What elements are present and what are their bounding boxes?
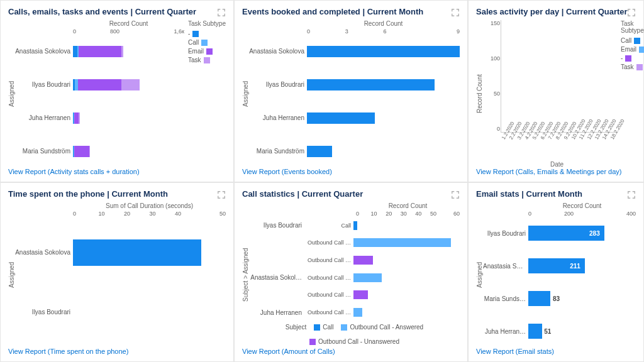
bar — [73, 146, 184, 157]
bar — [353, 221, 460, 230]
card-calls-emails-tasks-events: Calls, emails, tasks and events | Curren… — [0, 0, 234, 182]
row-label: Maria Sundström — [249, 148, 307, 155]
row-label: Anastasia Sokolova — [15, 249, 73, 256]
chart: Assigned Record Count 0369 Anastasia Sok… — [242, 20, 460, 168]
bar — [353, 256, 460, 265]
chart-row: Anastasia Sokol…Outbound Call … — [249, 272, 460, 284]
x-axis-title: Record Count — [307, 20, 460, 27]
bar — [353, 238, 460, 247]
x-axis-title: Sum of Call Duration (seconds) — [73, 202, 226, 209]
view-report-link[interactable]: View Report (Activity stats calls + dura… — [8, 168, 226, 175]
x-ticks: 0200400 — [528, 211, 636, 217]
expand-icon[interactable] — [451, 190, 460, 199]
chart: Assigned Sum of Call Duration (seconds) … — [8, 202, 226, 348]
legend: Task Subtype - Call Email Task — [184, 20, 226, 168]
chart-row: Outbound Call … — [249, 289, 460, 302]
bar-value: 211 — [570, 263, 580, 270]
card-time-spent-phone: Time spent on the phone | Current Month … — [0, 182, 234, 362]
row-label: Anastasia So… — [483, 263, 528, 270]
x-axis-title: Record Count — [73, 20, 184, 27]
x-axis-label: Date — [497, 161, 617, 168]
bar: 51 — [528, 324, 636, 339]
row-label-assigned: Juha Herranen — [249, 309, 304, 316]
row-label: Juha Herran… — [483, 328, 528, 335]
row-label: Ilyas Boudrari — [249, 81, 307, 88]
chart: Assigned Record Count 0200400 Ilyas Boud… — [476, 202, 636, 348]
card-title: Email stats | Current Month — [476, 189, 636, 199]
row-label: Juha Herranen — [15, 114, 73, 121]
expand-icon[interactable] — [627, 190, 636, 199]
dashboard-grid: Calls, emails, tasks and events | Curren… — [0, 0, 644, 362]
chart-row: Anastasia So…211 — [483, 251, 636, 280]
expand-icon[interactable] — [217, 8, 226, 17]
y-axis-label: Assigned — [8, 20, 15, 168]
bar — [307, 46, 460, 57]
view-report-link[interactable]: View Report (Calls, Emails & Meetings pe… — [476, 168, 636, 175]
x-axis-title: Record Count — [528, 202, 636, 209]
bar — [73, 299, 226, 325]
row-label-subject: Call — [304, 222, 353, 229]
bar: 283 — [528, 226, 636, 241]
card-title: Events booked and completed | Current Mo… — [242, 7, 460, 16]
row-label-subject: Outbound Call … — [304, 292, 353, 298]
view-report-link[interactable]: View Report (Time spent on the phone) — [8, 348, 226, 355]
y-axis-label: Subject > Assigned — [242, 202, 249, 348]
row-label: Maria Sunds… — [483, 295, 528, 302]
chart-row: Juha Herranen — [249, 103, 460, 133]
row-label: Maria Sundström — [15, 148, 73, 155]
chart-row: Ilyas Boudrari — [15, 70, 184, 99]
chart-row: Anastasia Sokolova — [15, 229, 226, 276]
chart: Record Count 150100500 1.2.20202.2.20203… — [476, 20, 636, 168]
legend: Subject Call Outbound Call - Answered Ou… — [249, 324, 460, 345]
expand-icon[interactable] — [217, 190, 226, 199]
row-label-assigned: Anastasia Sokol… — [249, 274, 304, 281]
expand-icon[interactable] — [451, 8, 460, 17]
card-call-statistics: Call statistics | Current Quarter Subjec… — [234, 182, 468, 362]
card-sales-activity-per-day: Sales activity per day | Current Quarter… — [468, 0, 644, 182]
view-report-link[interactable]: View Report (Events booked) — [242, 168, 460, 175]
chart-row: Ilyas Boudrari — [249, 70, 460, 99]
y-axis-label: Assigned — [476, 202, 483, 348]
x-ticks: 08001,6к — [73, 28, 184, 35]
bar — [353, 308, 460, 317]
chart-row: Maria Sundström — [249, 136, 460, 166]
row-label-subject: Outbound Call … — [304, 239, 353, 246]
card-events-booked: Events booked and completed | Current Mo… — [234, 0, 468, 182]
row-label-subject: Outbound Call … — [304, 309, 353, 315]
row-label-subject: Outbound Call … — [304, 275, 353, 281]
chart-row: Anastasia Sokolova — [15, 36, 184, 66]
bar — [73, 239, 226, 266]
y-axis-label: Assigned — [8, 202, 15, 348]
bar — [73, 79, 184, 90]
bar — [73, 46, 184, 57]
chart-row: Outbound Call … — [249, 254, 460, 266]
y-axis-label: Record Count — [476, 20, 483, 168]
row-label: Juha Herranen — [249, 114, 307, 121]
card-email-stats: Email stats | Current Month Assigned Rec… — [468, 182, 644, 362]
y-axis-label: Assigned — [242, 20, 249, 168]
row-label: Anastasia Sokolova — [15, 48, 73, 55]
card-title: Time spent on the phone | Current Month — [8, 189, 226, 199]
view-report-link[interactable]: View Report (Email stats) — [476, 348, 636, 355]
row-label: Ilyas Boudrari — [483, 230, 528, 237]
bar — [307, 146, 460, 157]
card-title: Sales activity per day | Current Quarter — [476, 7, 636, 16]
row-label: Anastasia Sokolova — [249, 48, 307, 55]
view-report-link[interactable]: View Report (Amount of Calls) — [242, 348, 460, 355]
bar — [307, 112, 460, 124]
chart-row: Juha Herran…51 — [483, 317, 636, 346]
bar — [73, 112, 184, 124]
chart: Subject > Assigned Record Count 01020304… — [242, 202, 460, 348]
chart-row: Maria Sunds…83 — [483, 284, 636, 313]
legend: Task Subtype Call Email - Task — [617, 20, 644, 168]
bar — [353, 290, 460, 299]
chart: Assigned Record Count 08001,6к Anastasia… — [8, 20, 226, 168]
chart-row: Outbound Call … — [249, 237, 460, 250]
bar — [307, 79, 460, 90]
chart-row: Juha HerranenOutbound Call … — [249, 306, 460, 319]
bar: 83 — [528, 291, 636, 306]
expand-icon[interactable] — [627, 8, 636, 17]
chart-row: Juha Herranen — [15, 103, 184, 133]
row-label-assigned: Ilyas Boudrari — [249, 222, 304, 229]
bar — [353, 273, 460, 282]
